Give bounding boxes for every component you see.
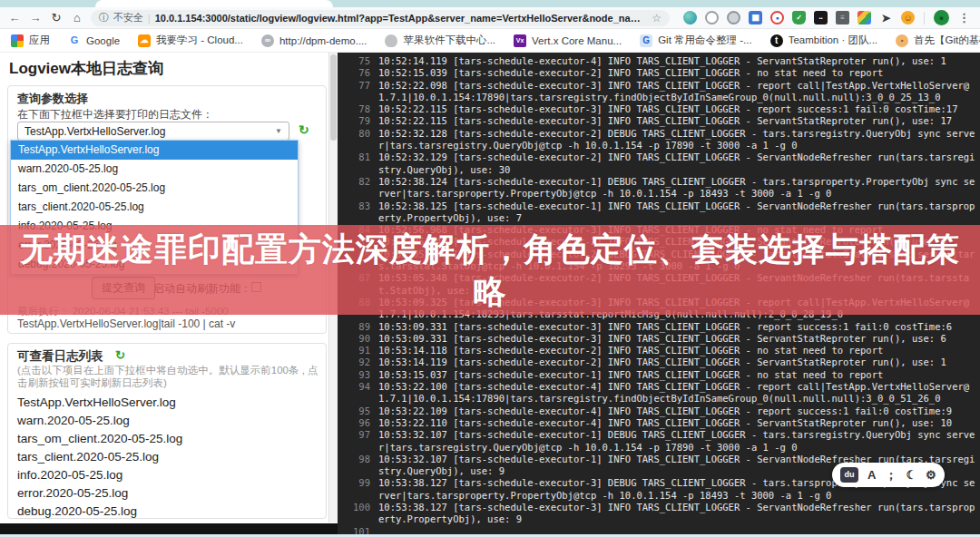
line-number: 99 — [347, 477, 370, 502]
extension-icon[interactable]: ➤ — [879, 11, 893, 24]
extension-icon[interactable] — [727, 11, 740, 24]
file-list-title: 可查看日志列表 — [17, 348, 103, 365]
line-text: 10:52:22.115 [tars-schedule-executor-3] … — [378, 115, 980, 127]
bookmark-item[interactable]: • 首先【Git的基础】... — [896, 34, 980, 47]
line-number: 83 — [347, 200, 370, 225]
line-number: 93 — [347, 369, 370, 381]
line-number: 78 — [347, 103, 370, 115]
log-line: 92 10:53:14.119 [tars-schedule-executor-… — [347, 356, 980, 368]
log-line: 79 10:52:22.115 [tars-schedule-executor-… — [347, 115, 980, 127]
line-text: 10:52:14.119 [tars-schedule-executor-4] … — [378, 55, 980, 67]
line-text: 10:52:38.125 [tars-schedule-executor-1] … — [378, 200, 980, 225]
bookmark-favicon: G — [640, 34, 652, 47]
profile-avatar[interactable]: ● — [934, 10, 949, 25]
log-file-link[interactable]: tars_om_client.2020-05-25.log — [17, 430, 317, 448]
extension-icon[interactable]: ● — [770, 11, 784, 24]
bookmark-favicon — [385, 34, 397, 47]
line-text: 10:53:38.127 [tars-schedule-executor-3] … — [378, 502, 980, 526]
line-number: 92 — [347, 356, 370, 368]
log-file-link[interactable]: warn.2020-05-25.log — [17, 412, 317, 430]
dropdown-option[interactable]: warn.2020-05-25.log — [11, 160, 298, 179]
log-line: 93 10:53:15.037 [tars-schedule-executor-… — [347, 369, 980, 381]
bookmark-item[interactable]: G Git 常用命令整理 -... — [640, 34, 752, 47]
line-number: 82 — [347, 176, 370, 200]
extension-icon[interactable] — [858, 11, 871, 24]
bookmark-item[interactable]: t Teambition · 团队... — [770, 34, 877, 47]
back-icon[interactable]: ← — [7, 12, 22, 24]
reload-icon[interactable]: ↻ — [49, 12, 64, 24]
floating-toolbar: du A ； ☾ ⚙ — [832, 463, 945, 487]
dropdown-option[interactable]: TestApp.VertxHelloServer.log — [11, 141, 298, 160]
file-list-refresh-icon[interactable]: ↻ — [115, 348, 125, 362]
log-file-link[interactable]: info.2020-05-25.log — [17, 466, 317, 484]
floating-toolbar-icon[interactable]: A — [867, 469, 876, 481]
overlay-banner: 无期迷途罪印配置方法深度解析，角色定位、套装选择与搭配策略 — [0, 225, 980, 315]
url-divider: | — [148, 13, 151, 24]
active-tab[interactable] — [95, 0, 333, 7]
extension-icon[interactable]: ▦ — [749, 11, 762, 24]
log-file-link[interactable]: TestApp.VertxHelloServer.log — [17, 394, 317, 412]
line-text: 10:53:22.109 [tars-schedule-executor-4] … — [378, 405, 980, 417]
chevron-down-icon: ▼ — [275, 127, 282, 135]
line-text: 10:53:22.110 [tars-schedule-executor-4] … — [378, 417, 980, 429]
log-file-link[interactable]: error.2020-05-25.log — [17, 484, 317, 503]
bookmark-label: http://dpm-demo.... — [279, 35, 368, 46]
bookmark-item[interactable]: Vx Vert.x Core Manu... — [514, 34, 622, 47]
line-text: 10:53:09.331 [tars-schedule-executor-3] … — [378, 333, 980, 345]
bookmark-item[interactable]: ∞ http://dpm-demo.... — [261, 34, 368, 47]
bookmark-star-icon[interactable]: ☆ — [652, 12, 662, 24]
bookmark-label: Teambition · 团队... — [789, 34, 877, 47]
extension-icon[interactable]: ≡ — [836, 11, 849, 24]
browser-menu-icon[interactable]: ⋮ — [956, 11, 973, 24]
bookmark-item[interactable]: ☁ 我要学习 - Cloud... — [138, 34, 243, 47]
file-list-note: (点击以下项目在上面下拉框中将自动选中。默认显示前100条 , 点击刷新按钮可实… — [17, 364, 318, 389]
extension-icon[interactable] — [683, 11, 697, 24]
bookmark-favicon: G — [68, 34, 81, 47]
bookmark-label: 应用 — [29, 34, 50, 47]
bookmark-item[interactable]: 苹果软件下载中心... — [385, 34, 495, 47]
log-line: 96 10:53:22.110 [tars-schedule-executor-… — [347, 417, 980, 429]
bookmark-item[interactable]: 应用 — [11, 34, 50, 47]
log-line: 94 10:53:22.100 [tars-schedule-executor-… — [347, 381, 980, 405]
scrollbar-thumb[interactable] — [330, 54, 337, 141]
security-label: 不安全 — [113, 11, 143, 24]
bookmark-favicon: ☁ — [138, 34, 151, 47]
line-number: 95 — [347, 405, 370, 417]
log-line: 78 10:52:22.115 [tars-schedule-executor-… — [347, 103, 980, 115]
logfile-select[interactable]: TestApp.VertxHelloServer.log ▼ — [17, 122, 289, 141]
log-line: 100 10:53:38.127 [tars-schedule-executor… — [347, 502, 980, 526]
bookmark-favicon — [11, 34, 24, 47]
extension-icon[interactable]: ☺ — [901, 11, 915, 24]
line-text: 10:53:14.119 [tars-schedule-executor-2] … — [378, 356, 980, 368]
floating-toolbar-icon[interactable]: du — [840, 467, 858, 483]
tab-strip — [0, 0, 980, 7]
home-icon[interactable]: ⌂ — [70, 12, 84, 24]
floating-toolbar-icon[interactable]: ； — [885, 469, 897, 481]
log-file-link[interactable]: debug.2020-05-25.log — [17, 503, 317, 521]
refresh-icon[interactable]: ↻ — [299, 122, 309, 137]
log-line: 83 10:52:38.125 [tars-schedule-executor-… — [347, 200, 980, 225]
floating-toolbar-icon[interactable]: ☾ — [906, 469, 916, 481]
extension-icon[interactable]: •• — [814, 11, 828, 24]
dropdown-option[interactable]: tars_om_client.2020-05-25.log — [11, 179, 298, 198]
dropdown-option[interactable]: tars_client.2020-05-25.log — [11, 198, 298, 217]
info-icon[interactable]: ⓘ — [99, 11, 109, 24]
toolbar-divider — [924, 12, 925, 24]
bookmark-favicon: Vx — [514, 34, 526, 47]
log-line: 81 10:52:32.129 [tars-schedule-executor-… — [347, 151, 980, 176]
page-title: Logview本地日志查询 — [9, 58, 163, 79]
forward-icon[interactable]: → — [28, 12, 43, 24]
url-bar[interactable]: ⓘ 不安全 | 10.0.1.154:3000/static/logview/l… — [91, 10, 670, 26]
extension-icon[interactable] — [705, 11, 719, 24]
line-number: 98 — [347, 454, 370, 478]
floating-toolbar-icon[interactable]: ⚙ — [926, 469, 936, 481]
url-text[interactable]: 10.0.1.154:3000/static/logview/logview.h… — [155, 13, 648, 24]
line-number: 96 — [347, 417, 370, 429]
line-number: 89 — [347, 321, 370, 333]
line-number: 91 — [347, 345, 370, 356]
overlay-title: 无期迷途罪印配置方法深度解析，角色定位、套装选择与搭配策略 — [0, 228, 980, 313]
extension-icon[interactable]: ✓ — [792, 11, 806, 24]
bookmark-item[interactable]: G Google — [68, 34, 120, 47]
log-line: 90 10:53:09.331 [tars-schedule-executor-… — [347, 333, 980, 345]
log-file-link[interactable]: tars_client.2020-05-25.log — [17, 448, 317, 466]
